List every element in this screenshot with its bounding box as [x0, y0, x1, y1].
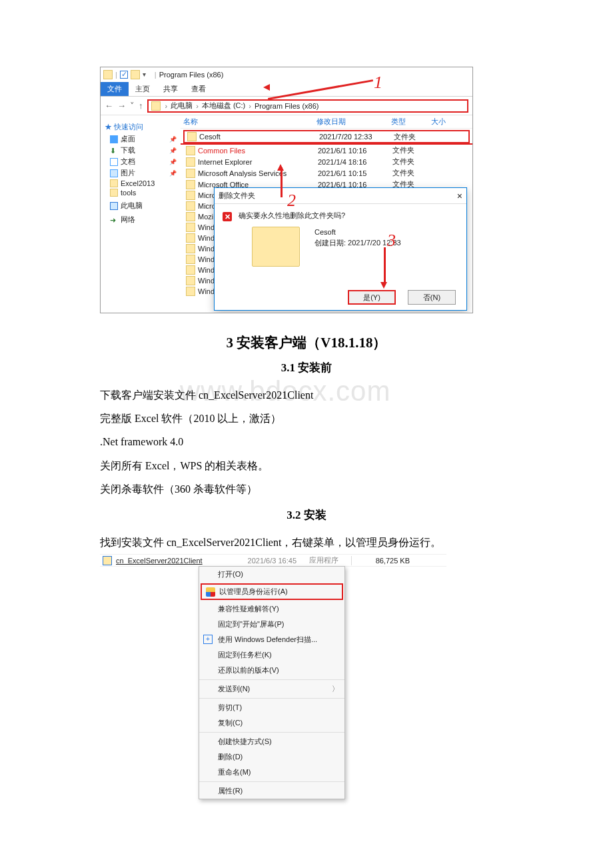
- qat-sep: |: [115, 71, 117, 79]
- close-button[interactable]: ×: [457, 191, 462, 201]
- menu-create-shortcut[interactable]: 创建快捷方式(S): [199, 734, 344, 749]
- no-button[interactable]: 否(N): [408, 290, 456, 305]
- crumb-seg[interactable]: 此电脑: [169, 101, 194, 111]
- folder-icon: [187, 132, 197, 141]
- divider: [351, 556, 363, 565]
- breadcrumb[interactable]: › 此电脑 › 本地磁盘 (C:) › Program Files (x86): [147, 99, 469, 113]
- delete-x-icon: ✕: [223, 212, 232, 221]
- paragraph: 关闭杀毒软件（360 杀毒软件等）: [100, 477, 513, 501]
- yes-button[interactable]: 是(Y): [348, 290, 396, 305]
- sidebar-item[interactable]: 桌面📌: [105, 133, 177, 145]
- shield-icon: [206, 587, 215, 597]
- download-icon: ⬇: [110, 147, 118, 155]
- menu-restore-version[interactable]: 还原以前的版本(V): [199, 663, 344, 680]
- tab-share[interactable]: 共享: [157, 82, 185, 96]
- qat-check-icon[interactable]: ✓: [120, 71, 128, 79]
- installer-file-row[interactable]: cn_ExcelServer2021Client 2021/6/3 16:45 …: [100, 554, 446, 567]
- folder-icon: [186, 287, 195, 296]
- heading-1: 3 安装客户端（V18.1.18）: [100, 333, 513, 352]
- file-date: 2021/6/3 16:45: [223, 557, 297, 565]
- table-row[interactable]: Microsoft Analysis Services2021/6/1 10:1…: [181, 167, 472, 179]
- document-icon: [110, 158, 118, 166]
- sidebar-item[interactable]: 图片📌: [105, 167, 177, 179]
- col-size[interactable]: 大小: [431, 117, 470, 127]
- sidebar-this-pc[interactable]: 此电脑: [105, 200, 177, 211]
- forward-button[interactable]: →: [117, 101, 126, 111]
- table-row[interactable]: Common Files2021/6/1 10:16文件夹: [181, 143, 472, 156]
- quick-access-header[interactable]: ★ 快速访问: [105, 121, 177, 133]
- back-button[interactable]: ←: [105, 101, 113, 111]
- pin-icon: 📌: [169, 147, 177, 154]
- folder-icon: [151, 101, 161, 111]
- explorer-window: 1 2 3 | ✓ | Program Files (x86) 文件 主页 共享…: [100, 67, 473, 313]
- folder-icon: [186, 191, 195, 200]
- menu-send-to[interactable]: 发送到(N)〉: [199, 681, 344, 699]
- cell-type: 文件夹: [394, 132, 434, 142]
- titlebar: | ✓ | Program Files (x86): [101, 67, 472, 82]
- network-icon: ➜: [110, 216, 118, 224]
- app-icon: [103, 556, 112, 565]
- pin-icon: 📌: [169, 170, 177, 177]
- arrow-2-head: [277, 164, 284, 171]
- paragraph: .Net framework 4.0: [100, 430, 513, 453]
- crumb-sep: ›: [163, 102, 170, 110]
- dialog-title: 删除文件夹: [219, 191, 255, 201]
- history-dropdown[interactable]: ˅: [130, 101, 135, 111]
- sidebar-network[interactable]: ➜网络: [105, 214, 177, 225]
- folder-icon: [186, 169, 195, 178]
- tab-view[interactable]: 查看: [185, 82, 213, 96]
- file-type: 应用程序: [301, 555, 347, 565]
- menu-pin-taskbar[interactable]: 固定到任务栏(K): [199, 647, 344, 663]
- pc-icon: [110, 202, 118, 210]
- sidebar-item[interactable]: ⬇下载📌: [105, 145, 177, 156]
- paragraph: 找到安装文件 cn_ExcelServer2021Client，右键菜单，以管理…: [100, 531, 513, 554]
- menu-open[interactable]: 打开(O): [199, 567, 344, 582]
- context-menu: 打开(O) 以管理员身份运行(A) 兼容性疑难解答(Y) 固定到"开始"屏幕(P…: [199, 566, 345, 799]
- table-row[interactable]: Internet Explorer2021/1/4 18:16文件夹: [181, 156, 472, 167]
- sidebar-item[interactable]: Excel2013: [105, 179, 177, 188]
- menu-defender-scan[interactable]: +使用 Windows Defender扫描...: [199, 632, 344, 647]
- file-name: cn_ExcelServer2021Client: [116, 557, 219, 565]
- tab-file[interactable]: 文件: [101, 82, 129, 96]
- folder-icon: [186, 223, 195, 232]
- folder-icon: [110, 189, 118, 197]
- menu-properties[interactable]: 属性(R): [199, 783, 344, 799]
- pin-icon: 📌: [169, 136, 177, 143]
- row-cesoft[interactable]: Cesoft 2021/7/20 12:33 文件夹: [183, 130, 470, 143]
- paragraph: 下载客户端安装文件 cn_ExcelServer2021Client: [100, 383, 513, 407]
- file-size: 86,725 KB: [367, 557, 414, 565]
- desktop-icon: [110, 135, 118, 143]
- folder-icon: [186, 265, 195, 275]
- menu-run-as-admin[interactable]: 以管理员身份运行(A): [201, 583, 343, 600]
- menu-delete[interactable]: 删除(D): [199, 749, 344, 765]
- chevron-down-icon[interactable]: [143, 70, 152, 79]
- menu-compat[interactable]: 兼容性疑难解答(Y): [199, 601, 344, 617]
- column-headers[interactable]: 名称 修改日期 类型 大小: [181, 115, 472, 129]
- col-name[interactable]: 名称: [183, 117, 316, 127]
- col-type[interactable]: 类型: [391, 117, 431, 127]
- folder-icon: [186, 244, 195, 253]
- crumb-seg[interactable]: 本地磁盘 (C:): [201, 101, 247, 111]
- sidebar-item[interactable]: 文档📌: [105, 156, 177, 167]
- folder-icon: [186, 201, 195, 211]
- heading-2b: 3.2 安装: [100, 507, 513, 523]
- sidebar-item[interactable]: tools: [105, 188, 177, 197]
- folder-icon: [103, 70, 113, 79]
- col-date[interactable]: 修改日期: [316, 117, 391, 127]
- folder-icon: [186, 233, 195, 243]
- crumb-seg[interactable]: Program Files (x86): [253, 102, 320, 110]
- menu-cut[interactable]: 剪切(T): [199, 700, 344, 715]
- defender-icon: +: [203, 635, 213, 644]
- dialog-titlebar: 删除文件夹 ×: [215, 188, 466, 204]
- folder-icon[interactable]: [131, 70, 140, 79]
- up-button[interactable]: ↑: [139, 101, 143, 111]
- crumb-sep: ›: [247, 102, 253, 110]
- arrow-3: [384, 247, 386, 284]
- menu-pin-start[interactable]: 固定到"开始"屏幕(P): [199, 617, 344, 632]
- annotation-3: 3: [387, 231, 396, 251]
- menu-copy[interactable]: 复制(C): [199, 715, 344, 733]
- tab-home[interactable]: 主页: [129, 82, 157, 96]
- menu-rename[interactable]: 重命名(M): [199, 765, 344, 782]
- address-bar: ← → ˅ ↑ › 此电脑 › 本地磁盘 (C:) › Program File…: [101, 97, 472, 115]
- heading-2a: 3.1 安装前: [100, 360, 513, 375]
